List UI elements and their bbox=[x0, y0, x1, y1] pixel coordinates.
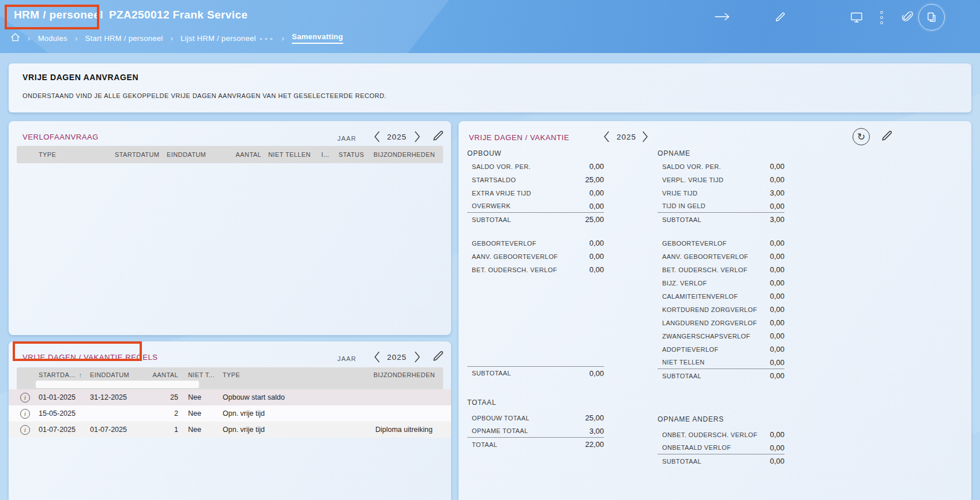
column-header-niet-tellen[interactable]: NIET T... bbox=[188, 371, 215, 378]
paperclip-icon[interactable] bbox=[901, 10, 915, 25]
header-sheen bbox=[0, 0, 449, 53]
summary-row: SALDO VOR. PER. 0,00 bbox=[467, 160, 604, 173]
year-value[interactable]: 2025 bbox=[384, 133, 410, 141]
column-header-aantal[interactable]: AANTAL bbox=[213, 146, 261, 163]
table-row[interactable]: i 15-05-2025 2 Nee Opn. vrije tijd bbox=[9, 405, 451, 422]
summary-label: ONBETAALD VERLOF bbox=[662, 444, 731, 451]
table-row[interactable]: i 01-07-2025 01-07-2025 1 Nee Opn. vrije… bbox=[9, 422, 451, 438]
info-icon[interactable]: i bbox=[20, 389, 30, 405]
year-prev-button[interactable] bbox=[603, 131, 610, 144]
summary-label: NIET TELLEN bbox=[662, 359, 705, 366]
year-prev-button[interactable] bbox=[374, 351, 381, 364]
edit-pencil-icon[interactable] bbox=[431, 129, 445, 142]
edit-pencil-icon[interactable] bbox=[880, 129, 894, 142]
summary-label: SALDO VOR. PER. bbox=[472, 163, 531, 170]
opname-anders-heading: OPNAME ANDERS bbox=[658, 412, 784, 426]
column-header-bijzonderheden[interactable]: BIJZONDERHEDEN bbox=[374, 146, 435, 163]
intro-panel: VRIJE DAGEN AANVRAGEN ONDERSTAAND VIND J… bbox=[9, 63, 971, 112]
home-icon[interactable] bbox=[10, 32, 20, 44]
summary-label: SUBTOTAAL bbox=[472, 370, 511, 377]
column-header-i[interactable]: I... bbox=[321, 146, 329, 163]
summary-row: SUBTOTAAL 3,00 bbox=[658, 213, 784, 226]
breadcrumb-samenvatting[interactable]: Samenvatting bbox=[292, 32, 343, 44]
column-header-einddatum[interactable]: EINDDATUM bbox=[90, 371, 129, 378]
summary-label: TOTAAL bbox=[472, 441, 497, 448]
cell-startdatum: 15-05-2025 bbox=[39, 405, 76, 422]
column-header-niet-tellen[interactable]: NIET TELLEN bbox=[268, 146, 311, 163]
refresh-icon[interactable]: ↻ bbox=[853, 128, 870, 145]
column-header-startdatum[interactable]: STARTDA...↑ bbox=[39, 371, 82, 378]
cell-niet-tellen: Nee bbox=[188, 389, 201, 405]
column-header-bijzonderheden[interactable]: BIJZONDERHEDEN bbox=[374, 371, 435, 378]
cell-niet-tellen: Nee bbox=[188, 405, 201, 422]
info-icon[interactable]: i bbox=[20, 405, 30, 422]
summary-row: CALAMITEITENVERLOF 0,00 bbox=[658, 290, 784, 303]
cell-type: Opn. vrije tijd bbox=[223, 422, 265, 438]
info-icon[interactable]: i bbox=[20, 422, 30, 438]
summary-value: 0,00 bbox=[770, 252, 784, 261]
summary-value: 3,00 bbox=[770, 215, 784, 224]
edit-pencil-icon[interactable] bbox=[774, 10, 787, 23]
monitor-icon[interactable] bbox=[850, 12, 863, 23]
summary-value: 25,00 bbox=[585, 215, 604, 224]
kebab-menu-icon[interactable] bbox=[880, 11, 883, 24]
cell-startdatum: 01-07-2025 bbox=[39, 422, 76, 438]
column-header-type[interactable]: TYPE bbox=[39, 146, 56, 163]
summary-label: STARTSALDO bbox=[472, 176, 516, 183]
summary-value: 0,00 bbox=[770, 318, 784, 327]
summary-value: 0,00 bbox=[770, 162, 784, 171]
summary-value: 3,00 bbox=[589, 427, 604, 435]
summary-value: 0,00 bbox=[589, 252, 604, 261]
summary-row: TOTAAL 22,00 bbox=[467, 438, 604, 451]
summary-row: ONBETAALD VERLOF 0,00 bbox=[658, 441, 784, 454]
summary-label: SUBTOTAAL bbox=[472, 216, 511, 223]
table-row[interactable]: i 01-01-2025 31-12-2025 25 Nee Opbouw st… bbox=[9, 389, 451, 405]
sort-ascending-icon[interactable]: ↑ bbox=[79, 371, 82, 378]
year-next-button[interactable] bbox=[642, 131, 649, 144]
cell-einddatum: 31-12-2025 bbox=[90, 389, 127, 405]
opbouw-heading: OPBOUW bbox=[467, 146, 604, 160]
summary-value: 0,00 bbox=[589, 202, 604, 210]
year-next-button[interactable] bbox=[414, 351, 421, 364]
summary-value: 0,00 bbox=[770, 345, 784, 354]
breadcrumb-ellipsis[interactable]: ∘∘∘ bbox=[259, 35, 275, 42]
opname-heading: OPNAME bbox=[658, 146, 784, 160]
filter-input[interactable] bbox=[36, 381, 199, 388]
year-value[interactable]: 2025 bbox=[384, 353, 410, 362]
year-prev-button[interactable] bbox=[374, 131, 381, 144]
intro-description: ONDERSTAAND VIND JE ALLE GEKOPPELDE VRIJ… bbox=[22, 92, 386, 99]
year-value[interactable]: 2025 bbox=[613, 133, 640, 141]
summary-label: SUBTOTAAL bbox=[662, 373, 701, 379]
cell-startdatum: 01-01-2025 bbox=[39, 389, 76, 405]
opbouw-column: OPBOUW SALDO VOR. PER. 0,00 STARTSALDO 2… bbox=[467, 146, 604, 451]
column-header-aantal[interactable]: AANTAL bbox=[132, 371, 178, 378]
breadcrumb-separator: › bbox=[170, 34, 173, 43]
column-header-startdatum[interactable]: STARTDATUM bbox=[115, 146, 159, 163]
edit-pencil-icon[interactable] bbox=[431, 349, 445, 363]
cell-aantal: 25 bbox=[132, 389, 178, 405]
column-header-einddatum[interactable]: EINDDATUM bbox=[167, 146, 206, 163]
summary-row: BET. OUDERSCH. VERLOF 0,00 bbox=[467, 263, 604, 276]
opbouw-group-2: GEBOORTEVERLOF 0,00 AANV. GEBOORTEVERLOF… bbox=[467, 236, 604, 276]
summary-value: 0,00 bbox=[770, 175, 784, 184]
summary-value: 25,00 bbox=[585, 175, 604, 184]
summary-row: SALDO VOR. PER. 0,00 bbox=[658, 160, 784, 173]
page-title: HRM / personeel PZA250012 Frank Service bbox=[14, 9, 247, 21]
summary-value: 3,00 bbox=[770, 189, 784, 197]
breadcrumb-lijst-hrm[interactable]: Lijst HRM / personeel∘∘∘ bbox=[181, 34, 274, 43]
breadcrumb-modules[interactable]: Modules bbox=[38, 34, 67, 43]
breadcrumb-start-hrm[interactable]: Start HRM / personeel bbox=[85, 34, 163, 43]
year-next-button[interactable] bbox=[414, 131, 421, 144]
summary-row: STARTSALDO 25,00 bbox=[467, 173, 604, 186]
summary-value: 0,00 bbox=[770, 279, 784, 287]
arrow-right-icon[interactable] bbox=[714, 12, 730, 21]
column-header-status[interactable]: STATUS bbox=[339, 146, 364, 163]
summary-value: 0,00 bbox=[589, 239, 604, 247]
summary-value: 0,00 bbox=[770, 292, 784, 300]
module-title[interactable]: HRM / personeel bbox=[14, 9, 103, 21]
column-header-type[interactable]: TYPE bbox=[223, 371, 240, 378]
summary-row: VERPL. VRIJE TIJD 0,00 bbox=[658, 173, 784, 186]
duplicate-document-icon[interactable] bbox=[918, 4, 945, 31]
summary-row: ONBET. OUDERSCH. VERLOF 0,00 bbox=[658, 428, 784, 441]
breadcrumb-separator: › bbox=[28, 34, 31, 43]
